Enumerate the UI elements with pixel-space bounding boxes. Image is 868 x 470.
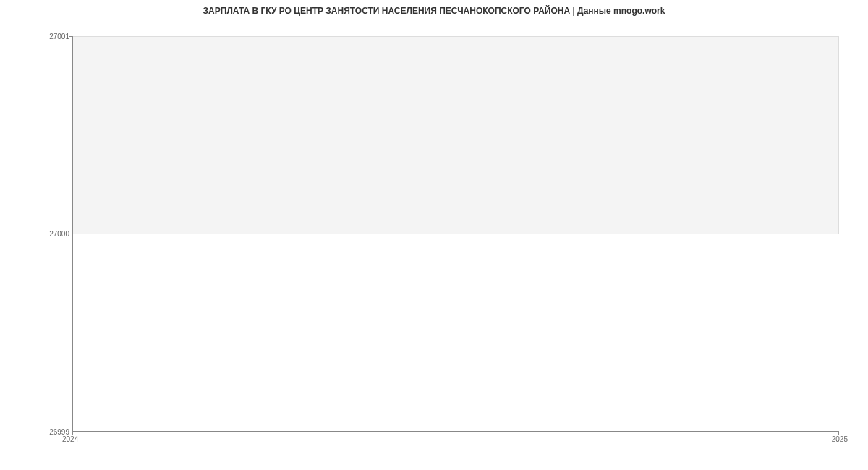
data-line: [73, 234, 839, 234]
x-axis-tick-label: 2024: [62, 435, 78, 443]
y-axis-tick-label: 27000: [49, 230, 69, 238]
x-tick-mark: [72, 432, 73, 435]
x-tick-mark: [838, 432, 839, 435]
chart-container: ЗАРПЛАТА В ГКУ РО ЦЕНТР ЗАНЯТОСТИ НАСЕЛЕ…: [0, 0, 868, 470]
y-axis-tick-label: 26999: [49, 428, 69, 436]
plot-area: [72, 36, 839, 432]
area-fill: [73, 36, 839, 234]
y-axis-tick-label: 27001: [49, 33, 69, 40]
x-axis-tick-label: 2025: [832, 435, 848, 443]
chart-title: ЗАРПЛАТА В ГКУ РО ЦЕНТР ЗАНЯТОСТИ НАСЕЛЕ…: [0, 6, 868, 16]
